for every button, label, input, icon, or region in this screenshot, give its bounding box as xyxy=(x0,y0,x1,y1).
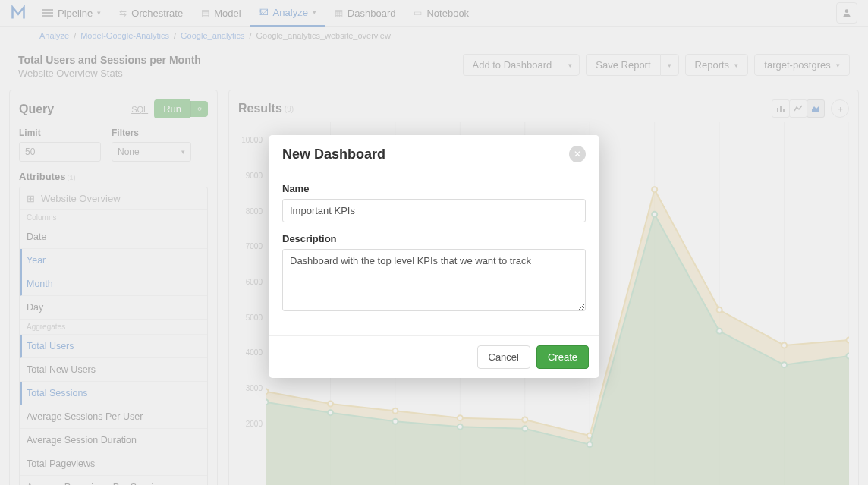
new-dashboard-modal: New Dashboard ✕ Name Description Cancel … xyxy=(269,135,599,378)
close-icon[interactable]: ✕ xyxy=(569,146,586,162)
name-input[interactable] xyxy=(282,199,586,222)
create-button[interactable]: Create xyxy=(536,345,589,369)
name-label: Name xyxy=(282,183,586,194)
description-input[interactable] xyxy=(282,249,586,311)
cancel-button[interactable]: Cancel xyxy=(477,345,530,369)
modal-title: New Dashboard xyxy=(282,146,385,162)
description-label: Description xyxy=(282,233,586,244)
